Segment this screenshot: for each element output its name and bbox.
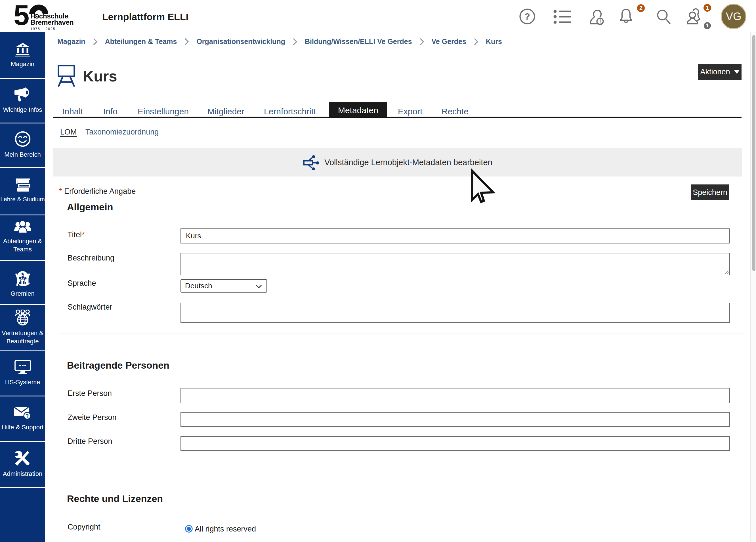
svg-text:5: 5 xyxy=(14,3,30,31)
svg-text:?: ? xyxy=(26,413,29,419)
svg-text:?: ? xyxy=(524,11,530,22)
svg-text:Bremerhaven: Bremerhaven xyxy=(30,18,73,26)
svg-text:1975 – 2025: 1975 – 2025 xyxy=(30,27,55,31)
